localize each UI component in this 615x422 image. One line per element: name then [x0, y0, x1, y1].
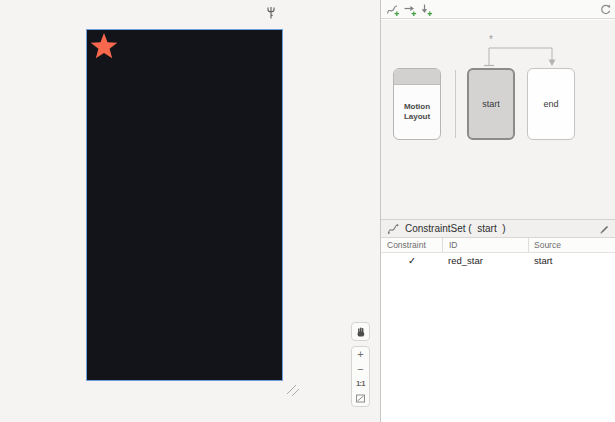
constraint-set-title: ConstraintSet ( start ): [405, 223, 506, 234]
constraint-table-row[interactable]: ✓ red_star start: [381, 253, 615, 268]
motion-editor-window: + − 1:1: [0, 0, 615, 422]
zoom-in-button[interactable]: +: [352, 347, 369, 362]
cycle-transition-icon[interactable]: [599, 3, 613, 17]
zoom-100-button[interactable]: 1:1: [352, 377, 369, 392]
key-icon[interactable]: [266, 6, 276, 21]
constraint-id-cell: red_star: [443, 253, 529, 268]
constraint-source-cell: start: [529, 253, 615, 268]
device-screen-preview[interactable]: [86, 29, 283, 381]
design-surface[interactable]: + − 1:1: [0, 0, 380, 422]
transition-add-icon[interactable]: [403, 3, 417, 17]
column-header-constraint: Constraint: [381, 238, 443, 252]
motion-layout-card-header: [394, 69, 440, 85]
star-icon[interactable]: [89, 33, 119, 61]
keyframe-add-icon[interactable]: [419, 3, 433, 17]
hand-pan-icon: [355, 326, 367, 338]
resize-corner-icon[interactable]: [284, 382, 301, 397]
motion-scene-graph[interactable]: * Motion Layout start end: [381, 20, 615, 219]
constraint-set-panel-header: ConstraintSet ( start ): [381, 219, 615, 238]
motion-editor-toolbar: [381, 0, 615, 19]
constraint-set-icon: [387, 222, 399, 235]
motion-layout-card-label: Motion Layout: [394, 85, 440, 139]
constraint-set-card-start[interactable]: start: [467, 68, 515, 140]
pencil-icon[interactable]: [598, 223, 610, 235]
column-header-id: ID: [443, 238, 529, 252]
constraint-set-card-end[interactable]: end: [527, 68, 575, 140]
pan-button[interactable]: [351, 322, 370, 341]
red-star-component[interactable]: [91, 33, 118, 58]
transition-arrow[interactable]: [476, 26, 566, 70]
motion-layout-card[interactable]: Motion Layout: [393, 68, 441, 140]
motion-curve-add-icon[interactable]: [386, 3, 400, 17]
zoom-to-fit-button[interactable]: [352, 391, 369, 406]
constraint-checkmark-icon[interactable]: ✓: [381, 253, 443, 268]
scene-divider: [455, 70, 456, 138]
column-header-source: Source: [529, 238, 615, 252]
zoom-to-fit-icon: [355, 393, 366, 404]
zoom-out-button[interactable]: −: [352, 362, 369, 377]
zoom-controls: + − 1:1: [351, 346, 370, 407]
constraint-table-header: Constraint ID Source: [381, 238, 615, 253]
motion-editor-panel: * Motion Layout start end ConstraintSet …: [380, 0, 615, 422]
transition-asterisk-badge: *: [485, 34, 497, 45]
